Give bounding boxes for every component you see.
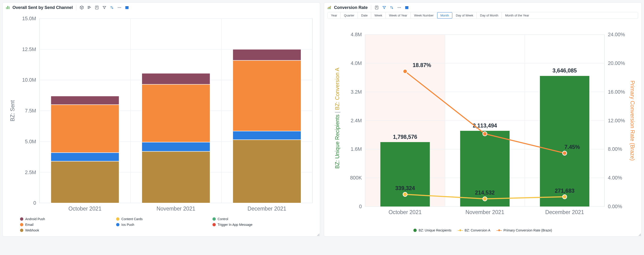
panel-toolbar <box>76 5 130 10</box>
svg-point-88 <box>403 192 407 196</box>
legend-swatch <box>212 217 216 221</box>
sort-icon[interactable] <box>389 5 394 10</box>
more-icon[interactable] <box>117 5 122 10</box>
svg-text:271,683: 271,683 <box>555 188 574 194</box>
legend-swatch <box>116 223 120 226</box>
svg-rect-53 <box>405 6 408 7</box>
legend-item[interactable]: BZ: Unique Recipients <box>414 229 451 232</box>
granularity-month-of-the-year[interactable]: Month of the Year <box>502 12 532 18</box>
granularity-bar: YearQuarterDateWeekWeek of YearWeek Numb… <box>328 12 638 19</box>
legend-item[interactable]: BZ: Conversion A <box>458 229 490 232</box>
svg-text:December 2021: December 2021 <box>248 206 286 212</box>
svg-rect-2 <box>9 6 10 9</box>
export-icon[interactable] <box>94 5 100 10</box>
svg-rect-36 <box>142 84 210 142</box>
panel-title: Conversion Rate <box>334 5 368 10</box>
svg-point-96 <box>483 132 487 136</box>
svg-text:16.00%: 16.00% <box>608 89 625 95</box>
legend-swatch <box>20 223 23 226</box>
svg-point-97 <box>562 151 567 155</box>
granularity-week-number[interactable]: Week Number <box>411 12 437 18</box>
svg-rect-46 <box>329 7 330 9</box>
panel-header: Overall Sent by Send Channel <box>2 2 320 12</box>
svg-point-7 <box>118 7 118 8</box>
legend-item[interactable]: Primary Conversion Rate (Braze) <box>496 229 552 232</box>
svg-text:1,798,576: 1,798,576 <box>393 134 417 140</box>
svg-point-49 <box>398 7 398 8</box>
legend-label: BZ: Unique Recipients <box>418 229 451 232</box>
legend-item[interactable]: Content Cards <box>116 217 206 221</box>
combo-chart-icon <box>327 5 332 10</box>
svg-rect-11 <box>125 6 128 7</box>
svg-rect-41 <box>233 60 301 131</box>
stacked-bar-chart: 02.5M5.0M7.5M10.0M12.5M15.0MOctober 2021… <box>6 14 316 216</box>
svg-text:5.0M: 5.0M <box>25 139 36 144</box>
legend-swatch <box>116 217 120 221</box>
legend-left: Android PushContent CardsControlEmailIos… <box>6 216 316 235</box>
export-icon[interactable] <box>374 5 379 10</box>
svg-text:2.4M: 2.4M <box>351 118 362 123</box>
legend-swatch <box>496 229 502 232</box>
svg-text:0.00%: 0.00% <box>608 204 622 209</box>
calendar-icon[interactable] <box>124 5 130 10</box>
legend-swatch <box>20 229 23 232</box>
svg-text:10.0M: 10.0M <box>22 77 36 83</box>
svg-text:0: 0 <box>359 204 362 209</box>
granularity-year[interactable]: Year <box>328 12 340 18</box>
granularity-quarter[interactable]: Quarter <box>340 12 358 18</box>
svg-text:339,324: 339,324 <box>395 185 415 191</box>
svg-point-9 <box>120 7 121 8</box>
calendar-icon[interactable] <box>404 5 410 10</box>
svg-point-94 <box>403 69 407 73</box>
granularity-week[interactable]: Week <box>371 12 386 18</box>
sort-icon[interactable] <box>109 5 114 10</box>
legend-item[interactable]: Ios Push <box>116 223 206 227</box>
svg-rect-79 <box>380 142 430 207</box>
legend-label: Android Push <box>25 217 45 221</box>
legend-item[interactable]: Trigger In App Message <box>212 223 302 227</box>
resize-handle-icon[interactable] <box>638 233 641 236</box>
legend-label: BZ: Conversion A <box>465 229 490 232</box>
legend-label: Content Cards <box>121 217 142 221</box>
panel-toolbar <box>371 5 410 10</box>
chart-area-right: 0800K1.6M2.4M3.2M4.0M4.8M0.00%4.00%8.00%… <box>324 20 642 237</box>
granularity-week-of-year[interactable]: Week of Year <box>386 12 411 18</box>
legend-item[interactable]: Webhook <box>20 229 110 232</box>
panel-overall-sent: Overall Sent by Send Channel 02.5M5.0M7.… <box>2 2 320 237</box>
chart-area-left: 02.5M5.0M7.5M10.0M12.5M15.0MOctober 2021… <box>2 12 320 237</box>
legend-item[interactable]: Android Push <box>20 217 110 221</box>
svg-rect-32 <box>51 96 119 105</box>
svg-text:12.5M: 12.5M <box>22 46 36 52</box>
svg-text:1.6M: 1.6M <box>351 146 362 152</box>
legend-swatch <box>212 223 216 226</box>
svg-text:8.00%: 8.00% <box>608 146 622 152</box>
svg-text:October 2021: October 2021 <box>389 209 422 215</box>
svg-text:0: 0 <box>33 200 36 206</box>
resize-handle-icon[interactable] <box>316 233 320 236</box>
svg-text:BZ: Sent: BZ: Sent <box>10 100 16 121</box>
svg-text:November 2021: November 2021 <box>466 209 504 215</box>
granularity-day-of-week[interactable]: Day of Week <box>452 12 477 18</box>
svg-text:3.2M: 3.2M <box>351 89 362 95</box>
svg-text:18.87%: 18.87% <box>413 62 431 68</box>
svg-text:4.00%: 4.00% <box>608 175 622 181</box>
svg-point-92 <box>562 195 567 199</box>
svg-rect-4 <box>88 7 91 8</box>
svg-rect-1 <box>7 6 8 9</box>
legend-swatch <box>20 217 23 221</box>
horizontal-bars-icon[interactable] <box>87 5 92 10</box>
legend-item[interactable]: Email <box>20 223 110 227</box>
filter-icon[interactable] <box>102 5 107 10</box>
granularity-date[interactable]: Date <box>358 12 371 18</box>
cube-icon[interactable] <box>79 5 84 10</box>
svg-rect-35 <box>142 142 210 151</box>
svg-text:15.0M: 15.0M <box>22 16 36 21</box>
granularity-month[interactable]: Month <box>437 12 452 18</box>
more-icon[interactable] <box>397 5 402 10</box>
dashboard-row: Overall Sent by Send Channel 02.5M5.0M7.… <box>2 2 642 237</box>
legend-item[interactable]: Control <box>212 217 302 221</box>
filter-icon[interactable] <box>382 5 387 10</box>
legend-label: Email <box>25 223 34 227</box>
svg-text:4.8M: 4.8M <box>351 32 362 37</box>
granularity-day-of-month[interactable]: Day of Month <box>477 12 502 18</box>
